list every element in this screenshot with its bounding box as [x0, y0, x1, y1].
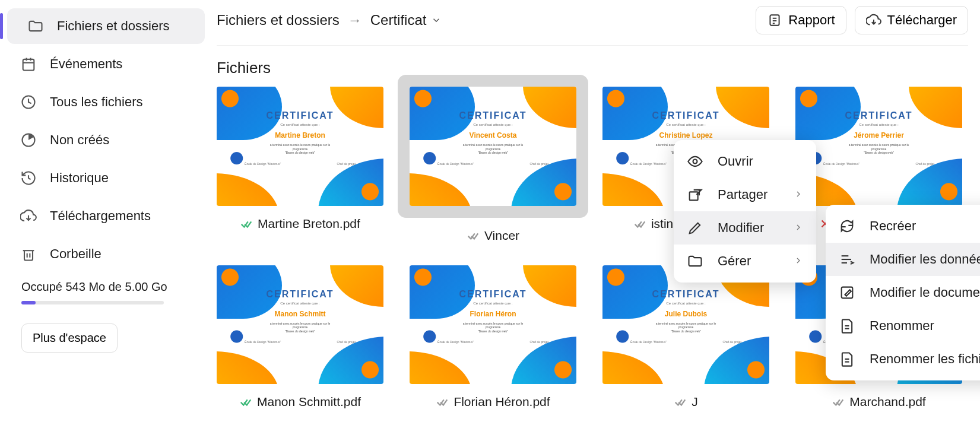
- clock-icon: [19, 93, 38, 112]
- report-icon: [767, 12, 782, 28]
- status-icon: [832, 395, 845, 408]
- ctx-item-recréer[interactable]: Recréer: [826, 210, 980, 243]
- file-name: Florian Héron.pdf: [453, 395, 550, 409]
- ctx-label: Modifier les données: [870, 252, 980, 267]
- file-name: Martine Breton.pdf: [258, 217, 360, 231]
- sidebar-item-label: Corbeille: [50, 246, 102, 262]
- chevron-right-icon: [794, 187, 803, 202]
- ctx-label: Partager: [718, 187, 767, 202]
- status-icon: [436, 395, 449, 408]
- status-icon: [467, 229, 480, 242]
- sidebar-item-label: Fichiers et dossiers: [57, 18, 170, 34]
- ctx-item-partager[interactable]: Partager: [674, 178, 816, 211]
- status-icon: [674, 395, 687, 408]
- storage-text: Occupé 543 Mo de 5.00 Go: [21, 280, 167, 293]
- section-title: Fichiers: [217, 59, 968, 77]
- calendar-icon: [19, 55, 38, 74]
- ctx-label: Gérer: [718, 253, 751, 269]
- file-name: J: [692, 395, 698, 409]
- sidebar-item-files[interactable]: Fichiers et dossiers: [7, 8, 205, 44]
- sidebar-item-all-files[interactable]: Tous les fichiers: [0, 84, 205, 120]
- file-label: Martine Breton.pdf: [217, 217, 383, 231]
- main: Fichiers et dossiers → Certificat Rappor…: [205, 0, 980, 422]
- file-label: Florian Héron.pdf: [410, 395, 576, 409]
- sidebar-item-label: Non créés: [50, 132, 109, 148]
- breadcrumb-current[interactable]: Certificat: [370, 12, 442, 28]
- svg-rect-15: [690, 192, 698, 200]
- more-space-button[interactable]: Plus d'espace: [21, 323, 118, 353]
- file-label: Vincer: [410, 229, 576, 243]
- download-icon: [19, 207, 38, 226]
- file-thumbnail: CERTIFICAT Ce certificat atteste que : F…: [410, 265, 576, 385]
- pie-icon: [19, 131, 38, 150]
- ctx-icon: [687, 253, 703, 269]
- sidebar-item-label: Téléchargements: [50, 208, 151, 224]
- file-thumbnail: CERTIFICAT Ce certificat atteste que : M…: [217, 265, 383, 385]
- file-card[interactable]: CERTIFICAT Ce certificat atteste que : M…: [217, 265, 383, 410]
- file-label: Marchand.pdf: [795, 395, 962, 409]
- file-card[interactable]: CERTIFICAT Ce certificat atteste que : F…: [410, 265, 576, 410]
- storage-bar: [21, 301, 164, 304]
- sidebar-item-label: Historique: [50, 170, 109, 186]
- chevron-down-icon: [431, 15, 442, 26]
- sidebar-item-label: Événements: [50, 56, 122, 72]
- ctx-label: Recréer: [870, 218, 916, 234]
- breadcrumb-root[interactable]: Fichiers et dossiers: [217, 12, 340, 28]
- cloud-download-icon: [866, 12, 881, 28]
- ctx-icon: [839, 251, 855, 268]
- status-icon: [633, 217, 646, 230]
- topbar: Fichiers et dossiers → Certificat Rappor…: [217, 6, 968, 46]
- sidebar-item-downloads[interactable]: Téléchargements: [0, 198, 205, 234]
- trash-icon: [19, 245, 38, 264]
- ctx-label: Modifier: [718, 220, 764, 236]
- sidebar-item-events[interactable]: Événements: [0, 46, 205, 82]
- folder-icon: [26, 17, 45, 36]
- ctx-item-renommer-les-fichiers[interactable]: Renommer les fichiers: [826, 342, 980, 376]
- breadcrumb-sep: →: [348, 12, 362, 28]
- file-card[interactable]: CERTIFICAT Ce certificat atteste que : J…: [602, 265, 769, 410]
- ctx-label: Renommer: [870, 318, 934, 334]
- breadcrumb: Fichiers et dossiers → Certificat: [217, 12, 442, 28]
- file-label: J: [602, 395, 769, 409]
- ctx-icon: [687, 220, 703, 236]
- file-card[interactable]: CERTIFICAT Ce certificat atteste que : M…: [217, 87, 383, 243]
- download-button[interactable]: Télécharger: [855, 6, 968, 34]
- file-thumbnail: CERTIFICAT Ce certificat atteste que : V…: [410, 87, 576, 206]
- storage-info: Occupé 543 Mo de 5.00 Go: [0, 274, 205, 310]
- history-icon: [19, 169, 38, 188]
- ctx-label: Modifier le document: [870, 285, 980, 300]
- ctx-item-gérer[interactable]: Gérer: [674, 245, 816, 278]
- ctx-label: Ouvrir: [718, 154, 753, 169]
- chevron-right-icon: [794, 220, 803, 236]
- file-thumbnail: CERTIFICAT Ce certificat atteste que : M…: [217, 87, 383, 206]
- report-button[interactable]: Rapport: [756, 6, 846, 34]
- sidebar: Fichiers et dossiers Événements Tous les…: [0, 0, 205, 422]
- ctx-label: Renommer les fichiers: [870, 351, 980, 367]
- status-icon: [240, 217, 253, 230]
- chevron-right-icon: [794, 253, 803, 269]
- file-name: Vincer: [484, 229, 519, 243]
- svg-point-14: [693, 160, 697, 164]
- context-submenu: Recréer Modifier les données Modifier le…: [826, 205, 980, 380]
- sidebar-item-not-created[interactable]: Non créés: [0, 122, 205, 158]
- file-card[interactable]: CERTIFICAT Ce certificat atteste que : V…: [410, 87, 576, 243]
- status-icon: [239, 395, 252, 408]
- svg-rect-0: [23, 59, 34, 71]
- ctx-item-modifier-le-document[interactable]: Modifier le document: [826, 276, 980, 309]
- ctx-icon: [687, 153, 703, 170]
- file-name: Manon Schmitt.pdf: [257, 395, 361, 409]
- ctx-item-modifier-les-données[interactable]: Modifier les données: [826, 243, 980, 276]
- context-menu: Ouvrir Partager Modifier Gérer: [674, 140, 816, 283]
- ctx-icon: [839, 351, 855, 367]
- file-thumbnail: CERTIFICAT Ce certificat atteste que : J…: [795, 87, 962, 206]
- ctx-item-renommer[interactable]: Renommer: [826, 309, 980, 342]
- sidebar-item-trash[interactable]: Corbeille: [0, 236, 205, 272]
- ctx-icon: [839, 318, 855, 334]
- file-label: Manon Schmitt.pdf: [217, 395, 383, 409]
- ctx-item-modifier[interactable]: Modifier: [674, 211, 816, 245]
- ctx-icon: [839, 284, 855, 301]
- sidebar-item-history[interactable]: Historique: [0, 160, 205, 196]
- ctx-item-ouvrir[interactable]: Ouvrir: [674, 145, 816, 178]
- sidebar-item-label: Tous les fichiers: [50, 94, 143, 110]
- ctx-icon: [839, 218, 855, 234]
